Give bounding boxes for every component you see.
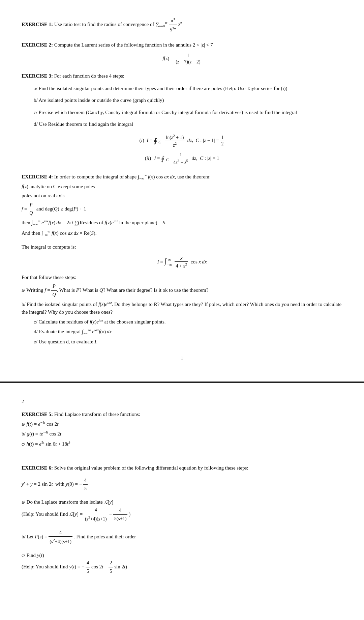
ex5-part-c: c/ h(t) = e5t sin 6t + 18t3 [22, 440, 342, 448]
ex4-integral-label: The integral to compute is: [22, 243, 342, 251]
ex4-integral: I = ∫ ∞ −∞ x 4 + x2 cos x dx [22, 256, 342, 269]
ex4-follow-a: a/ Writting f = P Q . What is P? What is… [22, 283, 342, 298]
ex6-part-a: a/ Do the Laplace transform then isolate… [22, 498, 342, 523]
ex6-label: EXERCISE 6: [22, 465, 53, 471]
ex4-follow-b: b/ Find the isolated singular points of … [22, 300, 342, 316]
ex2-formula: f(z) = 1 (z − 7)(z − 2) [22, 53, 342, 65]
ex3-intro: EXERCISE 3: For each function do these 4… [22, 72, 342, 80]
ex6-part-c: c/ Find y(t) (Help: You should find y(t)… [22, 552, 342, 575]
page-1: EXERCISE 1: Use ratio test to find the r… [0, 0, 364, 382]
ex3-formula-ii: (ii) J = ∮ C 1 4z3 − z5 dz, C : |z| = 1 [22, 152, 342, 165]
ex4-follow-d: d/ Evaluate the integral ∫−∞∞ eiaxf(x) d… [34, 327, 342, 336]
ex3-step-a: a/ Find the isolated singular points and… [34, 85, 342, 92]
ex5-text: EXERCISE 5: Find Laplace transform of th… [22, 411, 342, 418]
exercise-1: EXERCISE 1: Use ratio test to find the r… [22, 16, 342, 34]
ex3-formula-i: (i) I = ∮ C ln(z2 + 1) z2 dz, C : |z − 1… [22, 134, 342, 148]
ex6-intro: EXERCISE 6: Solve the original value pro… [22, 464, 342, 472]
exercise-5: EXERCISE 5: Find Laplace transform of th… [22, 411, 342, 448]
exercise-2: EXERCISE 2: Compute the Laurent series o… [22, 41, 342, 65]
ex4-intro: EXERCISE 4: In order to compute the inte… [22, 172, 342, 181]
ex5-part-b: b/ g(t) = te−4t cos 2t [22, 429, 342, 438]
ex4-label: EXERCISE 4: [22, 174, 53, 179]
ex3-label: EXERCISE 3: [22, 73, 53, 79]
ex6-part-b: b/ Let F(s) = 4 (s2+4)(s+1) . Find the p… [22, 529, 342, 545]
ex2-label: EXERCISE 2: [22, 42, 53, 48]
ex2-text: EXERCISE 2: Compute the Laurent series o… [22, 41, 342, 49]
ex4-follow-e: e/ Use question d, to evaluate I. [34, 338, 342, 346]
ex4-line4: then ∫−∞∞ eiaxf(x) dx = 2πi ∑(Residues o… [22, 218, 342, 227]
ex5-part-a: a/ f(t) = e−4t cos 2t [22, 420, 342, 428]
ex1-text: EXERCISE 1: Use ratio test to find the r… [22, 16, 342, 34]
ex4-line1: f(z) analytic on C except some poles [22, 183, 342, 191]
page-1-number: 1 [22, 356, 342, 361]
ex3-step-c: c/ Precise which theorem (Cauchy, Cauchy… [22, 109, 342, 116]
ex4-follow-c: c/ Calculate the residues of f(z)eiaz at… [34, 317, 342, 326]
exercise-3: EXERCISE 3: For each function do these 4… [22, 72, 342, 165]
ex5-label: EXERCISE 5: [22, 412, 53, 417]
ex6-equation: y′ + y = 2 sin 2t with y(0) = − 4 5 [22, 477, 342, 492]
ex3-step-d: d/ Use Residue theorem to find again the… [34, 120, 342, 128]
exercise-4: EXERCISE 4: In order to compute the inte… [22, 172, 342, 346]
ex4-follow-label: For that follow these steps: [22, 274, 342, 281]
ex4-line3: f = P Q and deg(Q) ≥ deg(P) + 1 [22, 201, 342, 217]
exercise-6: EXERCISE 6: Solve the original value pro… [22, 464, 342, 575]
ex4-line5: And then ∫−∞∞ f(x) cos ax dx = Re(S). [22, 229, 342, 238]
page-2-number: 2 [22, 399, 342, 404]
page-2: 2 EXERCISE 5: Find Laplace transform of … [0, 383, 364, 620]
ex1-label: EXERCISE 1: [22, 22, 53, 27]
ex4-line2: poles not on real axis [22, 192, 342, 200]
ex3-step-b: b/ Are isolated points inside or outside… [34, 96, 342, 104]
